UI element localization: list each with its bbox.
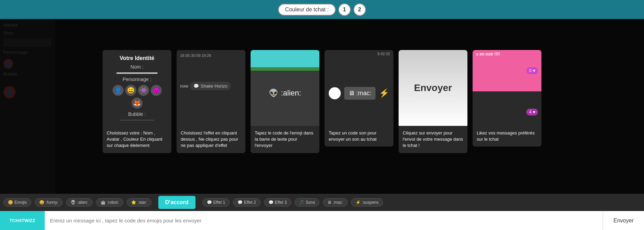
card-emoji-preview: 👽 :alien:: [251, 50, 319, 126]
mac-code: :mac:: [356, 90, 371, 97]
funny-icon: 😄: [39, 200, 44, 205]
sons-item[interactable]: 🎵 Sons: [295, 198, 319, 207]
card-sound-preview: 9:42:32 🖥 :mac: ⚡: [325, 50, 393, 126]
robot-icon: 🤖: [101, 200, 106, 205]
like-badge-4[interactable]: 4 ♥: [526, 109, 538, 116]
message-input[interactable]: [45, 211, 603, 230]
send-button-preview[interactable]: Envoyer: [414, 82, 452, 93]
effet-1[interactable]: 💬 Effet 1: [202, 198, 230, 207]
star-icon: ⭐: [131, 200, 136, 205]
card-identity-preview: Votre Identité Nom : Personnage : 👤 😀 👾 …: [103, 50, 171, 126]
card-emoji: 👽 :alien: Tapez le code de l'emoji dans …: [251, 50, 319, 153]
emojis-label: Emojis: [14, 200, 27, 205]
avatar-option-1[interactable]: 👤: [113, 85, 124, 96]
card-like-desc: Likez vos messages préférés sur le tchat: [473, 126, 541, 147]
card-sound-desc: Tapez un code son pour envoyer un son au…: [325, 126, 393, 147]
card-emoji-middle-bar: [251, 67, 319, 71]
monitor-icon: 🖥: [348, 90, 355, 97]
top-bar: Couleur de tchat : 1 2: [0, 0, 644, 19]
card-effects-preview: 18-05-30 09:19:29 now 💬 Shake Horizo: [177, 50, 245, 126]
like-badge-0[interactable]: 0 ♥: [526, 67, 538, 74]
emoji-funny[interactable]: 😄 :funny:: [35, 198, 63, 207]
chat-bubble-icon: 💬: [193, 83, 199, 89]
emoji-alien[interactable]: 👽 :alien:: [66, 198, 93, 207]
card-like-bottom: 4 ♥: [526, 109, 538, 116]
funny-label: :funny:: [46, 200, 58, 205]
card-like-preview: 0 ♥ s en noir !!!! 4 ♥: [473, 50, 541, 126]
tutorial-overlay: Votre Identité Nom : Personnage : 👤 😀 👾 …: [0, 19, 644, 211]
robot-label: :robot:: [107, 200, 119, 205]
card-send: Envoyer Cliquez sur envoyer pour l'envoi…: [399, 50, 467, 153]
mac-label: 🖥 :mac:: [344, 87, 376, 100]
card-send-desc: Cliquez sur envoyer pour l'envoi de votr…: [399, 126, 467, 153]
like-count-4: 4: [529, 110, 531, 114]
sound-toggle[interactable]: [329, 87, 341, 99]
send-button[interactable]: Envoyer: [603, 211, 644, 230]
card-identity-name-field[interactable]: [116, 72, 158, 74]
bottom-bar: TCHAT WIZZ Envoyer: [0, 211, 644, 230]
card-identity: Votre Identité Nom : Personnage : 👤 😀 👾 …: [103, 50, 171, 153]
mac-bar-label: :mac:: [333, 200, 343, 205]
card-like-top: 0 ♥ s en noir !!!!: [473, 50, 541, 91]
effet-3[interactable]: 💬 Effet 3: [264, 198, 291, 207]
card-identity-bubble-label: Bubble :: [128, 111, 146, 117]
alien-bar-label: :alien:: [77, 200, 88, 205]
emoji-robot[interactable]: 🤖 :robot:: [96, 198, 123, 207]
alien-code: :alien:: [281, 89, 301, 98]
wizz-line1: TCHAT: [10, 218, 24, 223]
color-btn-1[interactable]: 1: [338, 3, 351, 16]
effet2-label: Effet 2: [244, 200, 256, 205]
sons-label: Sons: [306, 200, 315, 205]
card-emoji-alien: 👽 :alien:: [269, 89, 301, 98]
card-sound-time: 9:42:32: [377, 52, 390, 56]
card-identity-character-label: Personnage :: [123, 77, 151, 82]
avatar-option-4[interactable]: 😈: [151, 85, 162, 96]
wizz-line2: WIZZ: [24, 218, 35, 223]
shake-label: Shake Horizo: [201, 83, 228, 89]
sons-icon: 🎵: [299, 200, 304, 205]
color-btn-2[interactable]: 2: [353, 3, 366, 16]
card-effects-date: 18-05-30 09:19:29: [180, 53, 211, 58]
emoji-star[interactable]: ⭐ :star:: [127, 198, 151, 207]
alien-emoji: 👽: [269, 89, 278, 98]
lightning-icon: ⚡: [379, 88, 389, 98]
effet2-icon: 💬: [237, 200, 243, 205]
suspens-label: :suspens: [362, 200, 379, 205]
heart-icon-0: ♥: [533, 68, 535, 73]
card-identity-name-label: Nom :: [130, 64, 143, 70]
main-area: Identité Nom Personnage 👤 Bubble 👤 Votre…: [0, 19, 644, 230]
card-effects-message: now 💬 Shake Horizo: [180, 82, 231, 90]
effet-2[interactable]: 💬 Effet 2: [233, 198, 260, 207]
effet3-icon: 💬: [268, 200, 274, 205]
card-identity-avatars: 👤 😀 👾 😈 🦊: [108, 85, 166, 109]
effet3-label: Effet 3: [275, 200, 287, 205]
chat-color-label: Couleur de tchat :: [278, 4, 335, 16]
card-send-preview: Envoyer: [399, 50, 467, 126]
avatar-option-3[interactable]: 👾: [138, 85, 149, 96]
like-count-0: 0: [529, 68, 531, 73]
card-like-badge-group: 0 ♥: [526, 67, 538, 74]
mac-item[interactable]: 🖥 :mac:: [323, 198, 347, 207]
mac-bar-icon: 🖥: [327, 200, 331, 205]
suspens-icon: ⚡: [356, 200, 361, 205]
card-like: 0 ♥ s en noir !!!! 4 ♥ Likez vos message…: [473, 50, 541, 147]
tchat-wizz-button[interactable]: TCHAT WIZZ: [0, 211, 45, 230]
emoji-bar: 😊 Emojis 😄 :funny: 👽 :alien: 🤖 :robot: ⭐…: [0, 194, 644, 211]
avatar-option-5[interactable]: 🦊: [131, 98, 142, 109]
card-identity-desc: Choisissez votre : Nom , Avatar , Couleu…: [103, 126, 171, 153]
suspens-item[interactable]: ⚡ :suspens: [351, 198, 383, 207]
card-sound: 9:42:32 🖥 :mac: ⚡ Tapez un code son pour…: [325, 50, 393, 147]
card-emoji-desc: Tapez le code de l'emoji dans la barre d…: [251, 126, 319, 153]
avatar-option-2[interactable]: 😀: [125, 85, 136, 96]
shake-effect-btn[interactable]: 💬 Shake Horizo: [190, 82, 231, 90]
alien-bar-icon: 👽: [71, 200, 76, 205]
effet1-icon: 💬: [207, 200, 212, 205]
emojis-dropdown[interactable]: 😊 Emojis: [3, 198, 31, 207]
effet1-label: Effet 1: [213, 200, 225, 205]
accord-button[interactable]: D'accord: [158, 196, 196, 209]
now-label: now: [180, 83, 188, 89]
card-effects-desc: Choisissez l'effet en cliquant dessus , …: [177, 126, 245, 153]
card-identity-bubble-preview: [120, 120, 154, 121]
card-effects: 18-05-30 09:19:29 now 💬 Shake Horizo Cho…: [177, 50, 245, 153]
emojis-icon: 😊: [8, 200, 13, 205]
